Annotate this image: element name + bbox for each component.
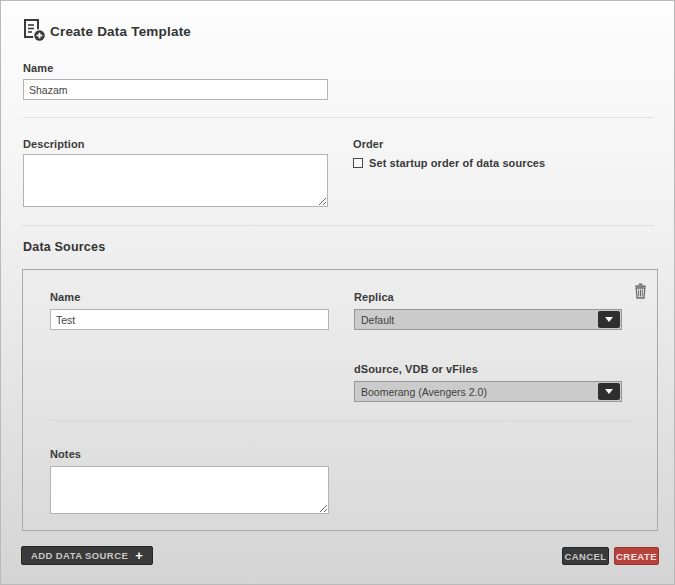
create-button-label: CREATE xyxy=(616,551,657,562)
add-data-source-button[interactable]: ADD DATA SOURCE + xyxy=(21,546,153,565)
name-label: Name xyxy=(23,62,53,74)
add-data-source-label: ADD DATA SOURCE xyxy=(31,550,128,561)
create-button[interactable]: CREATE xyxy=(614,547,659,565)
startup-order-checkbox[interactable] xyxy=(353,158,363,168)
startup-order-option: Set startup order of data sources xyxy=(353,157,545,169)
chevron-down-icon[interactable] xyxy=(598,311,620,328)
replica-label: Replica xyxy=(354,291,394,303)
replica-select[interactable]: Default xyxy=(354,309,622,330)
section-divider xyxy=(23,225,654,226)
dsource-label: dSource, VDB or vFiles xyxy=(354,363,478,375)
dsource-select[interactable]: Boomerang (Avengers 2.0) xyxy=(354,381,622,402)
chevron-down-icon[interactable] xyxy=(598,383,620,400)
dsource-selected-value: Boomerang (Avengers 2.0) xyxy=(355,386,598,398)
create-data-template-dialog: Create Data Template Name Description Or… xyxy=(0,0,675,585)
page-title: Create Data Template xyxy=(50,24,191,39)
cancel-button-label: CANCEL xyxy=(565,551,607,562)
name-input[interactable] xyxy=(23,79,328,100)
data-sources-heading: Data Sources xyxy=(23,240,105,254)
source-name-input[interactable] xyxy=(50,309,329,330)
document-add-icon xyxy=(21,17,47,43)
order-label: Order xyxy=(353,138,383,150)
notes-label: Notes xyxy=(50,448,81,460)
section-divider xyxy=(23,117,654,118)
data-source-card: Name Replica Default dSource, VDB or vFi… xyxy=(22,269,658,531)
replica-selected-value: Default xyxy=(355,314,598,326)
description-textarea[interactable] xyxy=(23,154,328,207)
description-label: Description xyxy=(23,138,85,150)
plus-icon: + xyxy=(135,549,143,562)
startup-order-checkbox-label: Set startup order of data sources xyxy=(369,157,545,169)
card-divider xyxy=(50,420,633,421)
source-name-label: Name xyxy=(50,291,80,303)
notes-textarea[interactable] xyxy=(50,466,329,514)
trash-icon[interactable] xyxy=(634,283,647,299)
cancel-button[interactable]: CANCEL xyxy=(562,547,609,565)
